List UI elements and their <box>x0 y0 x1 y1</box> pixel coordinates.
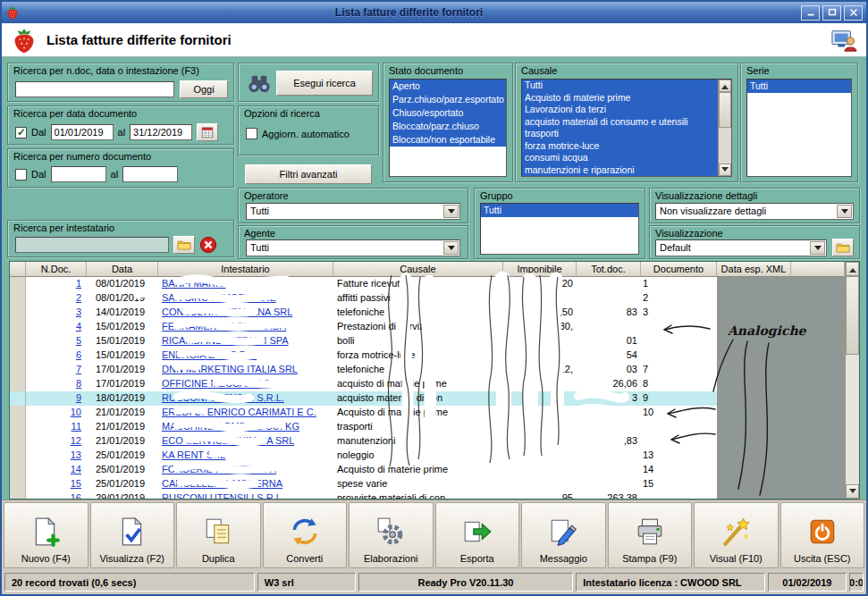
esegui-ricerca-button[interactable]: Esegui ricerca <box>276 71 373 96</box>
doc-link[interactable]: RICAMBI INDUSTRIALI SPA <box>162 335 289 346</box>
list-option[interactable]: trasporti <box>522 128 718 140</box>
doc-link[interactable]: RUSCONI UTENSILI S.R.L. <box>162 392 284 403</box>
doc-link[interactable]: 5 <box>76 335 81 346</box>
list-option[interactable]: Tutti <box>747 80 851 93</box>
list-option[interactable]: Tutti <box>522 80 718 92</box>
doc-link[interactable]: 7 <box>76 364 81 374</box>
doc-link[interactable]: 13 <box>71 449 81 460</box>
list-option[interactable]: Bloccato/parz.chiuso <box>390 120 506 133</box>
toolbar-button-visualizza[interactable]: Visualizza (F2) <box>90 502 175 568</box>
agente-select[interactable]: Tutti <box>246 239 460 256</box>
title-bar[interactable]: Lista fatture differite fornitori <box>2 2 866 23</box>
doc-link[interactable]: ECO SERVICE CHIMICA SRL <box>162 435 294 446</box>
doc-link[interactable]: 16 <box>71 492 81 499</box>
column-header[interactable] <box>791 262 845 277</box>
doc-link[interactable]: 4 <box>76 321 81 332</box>
doc-link[interactable]: 1 <box>76 278 81 289</box>
toolbar-button-nuovo[interactable]: Nuovo (F4) <box>4 502 88 568</box>
column-header[interactable]: Documento <box>641 262 717 277</box>
doc-link[interactable]: FONDERIE RIUNITE SPA <box>162 464 276 474</box>
search-doc-input[interactable] <box>15 81 174 97</box>
doc-link[interactable]: 6 <box>76 349 81 360</box>
toolbar-button-uscita[interactable]: Uscita (ESC) <box>780 502 865 568</box>
date-to-input[interactable] <box>130 124 192 140</box>
intestatario-input[interactable] <box>15 237 169 253</box>
doc-link[interactable]: OFFICINE MECCANICO <box>162 378 271 389</box>
list-option[interactable]: consumi acqua <box>522 152 718 164</box>
doc-link[interactable]: CANCELLERIA MODERNA <box>162 478 282 489</box>
chevron-down-icon[interactable] <box>837 205 852 218</box>
scroll-up-icon[interactable] <box>719 80 731 92</box>
date-from-input[interactable] <box>51 124 114 140</box>
number-from-input[interactable] <box>51 166 106 182</box>
list-option[interactable]: Parz.chiuso/parz.esportato <box>390 93 506 106</box>
doc-link[interactable]: RUSCONI UTENSILI S.R.L. <box>162 492 284 499</box>
visualizzazione-select[interactable]: Default <box>655 239 827 256</box>
doc-link[interactable]: SAN SIRO IMMOBILIARE <box>162 292 276 303</box>
close-button[interactable] <box>844 5 863 21</box>
scroll-thumb[interactable] <box>719 92 731 128</box>
doc-link[interactable]: EREDI DI ENRICO CARIMATI E C. <box>162 407 316 417</box>
toolbar-button-stampa[interactable]: Stampa (F9) <box>608 502 693 568</box>
operatore-select[interactable]: Tutti <box>246 203 460 220</box>
toolbar-button-esporta[interactable]: Esporta <box>435 502 520 568</box>
filtri-avanzati-button[interactable]: Filtri avanzati <box>245 164 372 184</box>
doc-link[interactable]: 12 <box>71 435 81 446</box>
calendar-button[interactable] <box>197 123 218 141</box>
list-option[interactable]: forza motrice-luce <box>522 140 718 153</box>
list-option[interactable]: acquisto materiali di consumo e utensili <box>522 116 718 129</box>
doc-link[interactable]: 11 <box>72 421 81 432</box>
list-option[interactable]: manutenzioni e riparazioni <box>522 164 718 177</box>
chevron-down-icon[interactable] <box>810 241 825 255</box>
toolbar-button-converti[interactable]: Converti <box>263 502 348 568</box>
stato-documento-list[interactable]: ApertoParz.chiuso/parz.esportatoChiuso/e… <box>389 79 507 177</box>
column-header[interactable]: Causale <box>333 262 503 277</box>
user-computer-icon[interactable] <box>830 28 857 53</box>
scroll-up-icon[interactable] <box>846 262 859 276</box>
doc-link[interactable]: 8 <box>76 378 81 389</box>
doc-link[interactable]: 3 <box>76 306 81 317</box>
doc-link[interactable]: KA RENT SRL <box>162 449 225 460</box>
list-option[interactable]: Acquisto di materie prime <box>522 92 718 105</box>
doc-link[interactable]: 9 <box>76 392 81 403</box>
list-option[interactable]: Bloccato/non esportabile <box>390 133 506 147</box>
visualizzazione-dettagli-select[interactable]: Non visualizzare dettagli <box>655 203 854 220</box>
chevron-down-icon[interactable] <box>443 205 459 218</box>
doc-link[interactable]: BANFI MARIO <box>162 278 226 289</box>
column-header[interactable]: N.Doc. <box>26 262 87 277</box>
column-header[interactable]: Imponibile <box>503 262 577 277</box>
maximize-button[interactable] <box>822 5 841 21</box>
doc-link[interactable]: DNN MARKETING ITALIA SRL <box>162 364 298 374</box>
table-vertical-scrollbar[interactable] <box>845 262 859 499</box>
toolbar-button-visual[interactable]: Visual (F10) <box>694 502 779 568</box>
doc-link[interactable]: 2 <box>76 292 81 303</box>
doc-link[interactable]: 10 <box>71 407 81 417</box>
causale-scrollbar[interactable] <box>718 80 731 176</box>
number-from-checkbox[interactable] <box>15 169 27 180</box>
column-header[interactable]: Tot.doc. <box>577 262 641 277</box>
gruppo-list[interactable]: Tutti <box>480 203 639 255</box>
minimize-button[interactable] <box>801 5 820 21</box>
toolbar-button-messaggio[interactable]: Messaggio <box>521 502 606 568</box>
doc-link[interactable]: ENERGIA & C. S.P.A. <box>162 349 257 360</box>
scroll-down-icon[interactable] <box>719 164 731 176</box>
chevron-down-icon[interactable] <box>443 241 459 255</box>
scroll-thumb[interactable] <box>846 276 859 355</box>
doc-link[interactable]: 15 <box>71 478 81 489</box>
doc-link[interactable]: 14 <box>71 464 81 474</box>
doc-link[interactable]: CONSULTING ITALIANA SRL <box>162 306 292 317</box>
browse-intestatario-button[interactable] <box>173 236 195 254</box>
list-option[interactable]: Lavorazioni da terzi <box>522 104 718 116</box>
serie-list[interactable]: Tutti <box>746 79 852 177</box>
aggiorn-automatico-checkbox[interactable] <box>246 128 257 139</box>
column-header[interactable]: Data <box>87 262 158 277</box>
doc-link[interactable]: MASCHINEN GMBH & CO. KG <box>162 421 299 432</box>
doc-link[interactable]: FERRAMENTA LOMBARDA <box>162 321 286 332</box>
causale-list[interactable]: TuttiAcquisto di materie primeLavorazion… <box>521 79 732 177</box>
column-header[interactable] <box>10 262 26 277</box>
toolbar-button-elaborazioni[interactable]: Elaborazioni <box>349 502 434 568</box>
list-option[interactable]: Chiuso/esportato <box>390 106 506 120</box>
column-header[interactable]: Data esp. XML <box>717 262 791 277</box>
today-button[interactable]: Oggi <box>180 80 228 98</box>
number-to-input[interactable] <box>122 166 178 182</box>
